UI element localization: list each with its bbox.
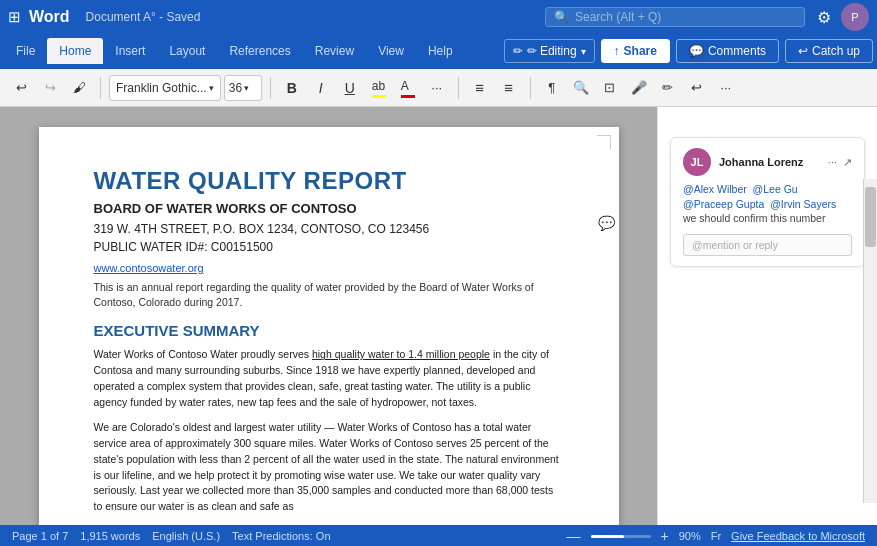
mention-2: @Lee Gu — [753, 183, 798, 195]
font-name-label: Franklin Gothic... — [116, 81, 207, 95]
dictate-button[interactable]: 🎤 — [626, 75, 652, 101]
ribbon: File Home Insert Layout References Revie… — [0, 34, 877, 69]
scrollbar-right[interactable] — [863, 179, 877, 503]
font-size-select[interactable]: 36 ▾ — [224, 75, 262, 101]
mention-3: @Praceep Gupta — [683, 198, 764, 210]
format-painter-button[interactable]: 🖌 — [66, 75, 92, 101]
inline-comment-icon[interactable]: 💬 — [598, 215, 615, 231]
bullets-button[interactable]: ≡ — [467, 75, 493, 101]
reuse-button[interactable]: ↩ — [684, 75, 710, 101]
tab-home[interactable]: Home — [47, 38, 103, 64]
mention-4: @Irvin Sayers — [770, 198, 836, 210]
font-color-button[interactable]: A — [395, 75, 421, 101]
zoom-minus[interactable]: — — [567, 529, 581, 543]
tab-view[interactable]: View — [366, 38, 416, 64]
search-bar[interactable]: 🔍 — [545, 7, 805, 27]
doc-water-id: PUBLIC WATER ID#: C00151500 — [94, 240, 564, 254]
avatar[interactable]: P — [841, 3, 869, 31]
page-canvas: WATER QUALITY REPORT BOARD OF WATER WORK… — [0, 107, 657, 525]
highlight-button[interactable]: ab — [366, 75, 392, 101]
comment-body: we should confirm this number — [683, 212, 825, 224]
app-grid-icon[interactable]: ⊞ — [8, 8, 21, 26]
pencil-icon: ✏ — [513, 44, 523, 58]
comment-header: JL Johanna Lorenz ··· ↗ — [683, 148, 852, 176]
doc-section1-p2: We are Colorado's oldest and largest wat… — [94, 420, 564, 515]
tab-references[interactable]: References — [217, 38, 302, 64]
doc-section1-title: EXECUTIVE SUMMARY — [94, 322, 564, 339]
mention-1: @Alex Wilber — [683, 183, 747, 195]
tab-help[interactable]: Help — [416, 38, 465, 64]
commenter-avatar: JL — [683, 148, 711, 176]
chevron-down-icon: ▾ — [209, 83, 214, 93]
doc-intro: This is an annual report regarding the q… — [94, 280, 564, 310]
comment-panel: JL Johanna Lorenz ··· ↗ @Alex Wilber @Le… — [657, 107, 877, 525]
more-toolbar-button[interactable]: ··· — [713, 75, 739, 101]
catchup-button[interactable]: ↩ Catch up — [785, 39, 873, 63]
comment-bubble: JL Johanna Lorenz ··· ↗ @Alex Wilber @Le… — [670, 137, 865, 267]
doc-address: 319 W. 4TH STREET, P.O. BOX 1234, CONTOS… — [94, 222, 564, 236]
ribbon-tabs: File Home Insert Layout References Revie… — [0, 34, 877, 68]
comments-button[interactable]: 💬 Comments — [676, 39, 779, 63]
title-bar: ⊞ Word Document A° - Saved 🔍 ⚙ P — [0, 0, 877, 34]
editing-button[interactable]: ✏ ✏ Editing ▾ — [504, 39, 595, 63]
chevron-down-icon: ▾ — [581, 46, 586, 57]
share-icon: ↑ — [614, 44, 620, 58]
comment-author: Johanna Lorenz — [719, 156, 803, 168]
settings-icon[interactable]: ⚙ — [817, 8, 831, 27]
more-icon[interactable]: ··· — [828, 156, 837, 169]
tab-review[interactable]: Review — [303, 38, 366, 64]
numbering-button[interactable]: ≡ — [496, 75, 522, 101]
scroll-thumb[interactable] — [865, 187, 876, 247]
underline-button[interactable]: U — [337, 75, 363, 101]
more-format-button[interactable]: ··· — [424, 75, 450, 101]
app-name: Word — [29, 8, 70, 26]
share-button[interactable]: ↑ Share — [601, 39, 670, 63]
zoom-plus[interactable]: + — [661, 529, 669, 543]
bold-button[interactable]: B — [279, 75, 305, 101]
page-count: Page 1 of 7 — [12, 530, 68, 542]
italic-button[interactable]: I — [308, 75, 334, 101]
external-link-icon[interactable]: ↗ — [843, 156, 852, 169]
doc-section1-p1: Water Works of Contoso Water proudly ser… — [94, 347, 564, 410]
undo-button[interactable]: ↩ — [8, 75, 34, 101]
fr-label: Fr — [711, 530, 721, 542]
comment-actions[interactable]: ··· ↗ — [828, 156, 852, 169]
comment-icon: 💬 — [689, 44, 704, 58]
font-name-select[interactable]: Franklin Gothic... ▾ — [109, 75, 221, 101]
word-count: 1,915 words — [80, 530, 140, 542]
editor-button[interactable]: ✏ — [655, 75, 681, 101]
tab-file[interactable]: File — [4, 38, 47, 64]
feedback-link[interactable]: Give Feedback to Microsoft — [731, 530, 865, 542]
search-icon: 🔍 — [554, 10, 569, 24]
zoom-bar[interactable] — [591, 535, 651, 538]
redo-button[interactable]: ↪ — [37, 75, 63, 101]
catchup-icon: ↩ — [798, 44, 808, 58]
doc-title: Document A° - Saved — [86, 10, 201, 24]
comment-reply-input[interactable]: @mention or reply — [683, 234, 852, 256]
doc-link[interactable]: www.contosowater.org — [94, 262, 564, 274]
toolbar: ↩ ↪ 🖌 Franklin Gothic... ▾ 36 ▾ B I U ab… — [0, 69, 877, 107]
tab-insert[interactable]: Insert — [103, 38, 157, 64]
find-button[interactable]: 🔍 — [568, 75, 594, 101]
comment-text: @Alex Wilber @Lee Gu @Praceep Gupta @Irv… — [683, 182, 852, 226]
doc-area: WATER QUALITY REPORT BOARD OF WATER WORK… — [0, 107, 877, 525]
doc-main-title: WATER QUALITY REPORT — [94, 167, 564, 195]
zoom-level: 90% — [679, 530, 701, 542]
chevron-down-icon: ▾ — [244, 83, 249, 93]
status-bar: Page 1 of 7 1,915 words English (U.S.) T… — [0, 525, 877, 546]
doc-subtitle: BOARD OF WATER WORKS OF CONTOSO — [94, 201, 564, 216]
view-mode-button[interactable]: ⊡ — [597, 75, 623, 101]
language: English (U.S.) — [152, 530, 220, 542]
paragraph-button[interactable]: ¶ — [539, 75, 565, 101]
text-predictions: Text Predictions: On — [232, 530, 330, 542]
document-page: WATER QUALITY REPORT BOARD OF WATER WORK… — [39, 127, 619, 525]
tab-layout[interactable]: Layout — [157, 38, 217, 64]
search-input[interactable] — [575, 10, 796, 24]
